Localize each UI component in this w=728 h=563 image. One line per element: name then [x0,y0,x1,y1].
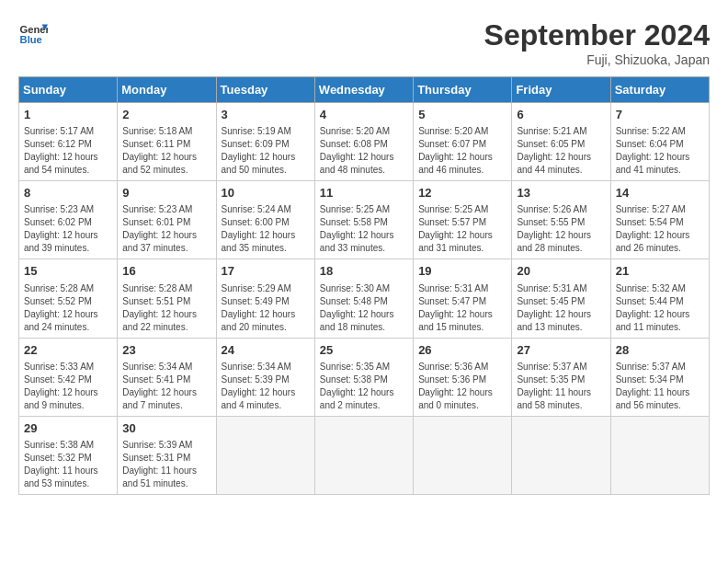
calendar-cell: 16Sunrise: 5:28 AM Sunset: 5:51 PM Dayli… [118,259,216,338]
calendar-cell: 18Sunrise: 5:30 AM Sunset: 5:48 PM Dayli… [314,259,413,338]
calendar-cell: 28Sunrise: 5:37 AM Sunset: 5:34 PM Dayli… [610,338,709,416]
day-number: 28 [616,342,704,359]
calendar-cell: 1Sunrise: 5:17 AM Sunset: 6:12 PM Daylig… [19,103,118,181]
calendar-cell: 9Sunrise: 5:23 AM Sunset: 6:01 PM Daylig… [118,181,216,259]
calendar-cell: 26Sunrise: 5:36 AM Sunset: 5:36 PM Dayli… [414,338,512,416]
day-info: Sunrise: 5:32 AM Sunset: 5:44 PM Dayligh… [616,282,704,334]
calendar-week-2: 8Sunrise: 5:23 AM Sunset: 6:02 PM Daylig… [19,181,710,259]
day-info: Sunrise: 5:20 AM Sunset: 6:08 PM Dayligh… [320,125,408,177]
day-info: Sunrise: 5:30 AM Sunset: 5:48 PM Dayligh… [320,282,408,334]
day-number: 23 [122,342,210,359]
calendar-cell: 24Sunrise: 5:34 AM Sunset: 5:39 PM Dayli… [216,338,314,416]
calendar-cell: 14Sunrise: 5:27 AM Sunset: 5:54 PM Dayli… [610,181,709,259]
page-header: General Blue September 2024 Fuji, Shizuo… [18,18,710,67]
calendar-week-4: 22Sunrise: 5:33 AM Sunset: 5:42 PM Dayli… [19,338,710,416]
day-number: 1 [24,107,112,123]
day-number: 22 [24,342,112,359]
title-area: September 2024 Fuji, Shizuoka, Japan [484,18,710,67]
day-number: 7 [616,107,704,123]
day-number: 17 [222,263,310,280]
calendar-cell [314,416,413,494]
calendar-cell: 12Sunrise: 5:25 AM Sunset: 5:57 PM Dayli… [414,181,512,259]
day-number: 4 [320,107,408,123]
day-number: 10 [222,185,310,201]
calendar-week-3: 15Sunrise: 5:28 AM Sunset: 5:52 PM Dayli… [19,259,710,338]
day-info: Sunrise: 5:37 AM Sunset: 5:34 PM Dayligh… [616,361,704,412]
day-info: Sunrise: 5:21 AM Sunset: 6:05 PM Dayligh… [517,125,605,177]
day-number: 16 [122,263,210,280]
day-number: 15 [24,263,112,280]
day-number: 20 [517,263,605,280]
calendar-cell: 13Sunrise: 5:26 AM Sunset: 5:55 PM Dayli… [512,181,610,259]
location-subtitle: Fuji, Shizuoka, Japan [484,52,710,67]
weekday-header-sunday: Sunday [19,77,118,103]
calendar-cell [414,416,512,494]
day-info: Sunrise: 5:19 AM Sunset: 6:09 PM Dayligh… [222,125,310,177]
calendar-cell: 6Sunrise: 5:21 AM Sunset: 6:05 PM Daylig… [512,103,610,181]
calendar-cell: 20Sunrise: 5:31 AM Sunset: 5:45 PM Dayli… [512,259,610,338]
svg-text:Blue: Blue [20,34,42,45]
calendar-cell: 3Sunrise: 5:19 AM Sunset: 6:09 PM Daylig… [216,103,314,181]
day-info: Sunrise: 5:31 AM Sunset: 5:45 PM Dayligh… [517,282,605,334]
day-number: 3 [222,107,310,123]
calendar-cell: 11Sunrise: 5:25 AM Sunset: 5:58 PM Dayli… [314,181,413,259]
calendar-table: SundayMondayTuesdayWednesdayThursdayFrid… [18,76,710,495]
day-info: Sunrise: 5:23 AM Sunset: 6:01 PM Dayligh… [122,203,210,255]
day-number: 9 [122,185,210,201]
calendar-cell [216,416,314,494]
day-number: 14 [616,185,704,201]
logo: General Blue [18,18,48,48]
day-info: Sunrise: 5:38 AM Sunset: 5:32 PM Dayligh… [24,439,112,490]
calendar-cell: 27Sunrise: 5:37 AM Sunset: 5:35 PM Dayli… [512,338,610,416]
calendar-cell: 22Sunrise: 5:33 AM Sunset: 5:42 PM Dayli… [19,338,118,416]
calendar-cell: 2Sunrise: 5:18 AM Sunset: 6:11 PM Daylig… [118,103,216,181]
day-number: 25 [320,342,408,359]
day-number: 5 [418,107,506,123]
day-number: 8 [24,185,112,201]
day-number: 13 [517,185,605,201]
calendar-cell: 23Sunrise: 5:34 AM Sunset: 5:41 PM Dayli… [118,338,216,416]
day-info: Sunrise: 5:20 AM Sunset: 6:07 PM Dayligh… [418,125,506,177]
calendar-cell [512,416,610,494]
day-info: Sunrise: 5:39 AM Sunset: 5:31 PM Dayligh… [122,439,210,490]
day-info: Sunrise: 5:23 AM Sunset: 6:02 PM Dayligh… [24,203,112,255]
day-info: Sunrise: 5:26 AM Sunset: 5:55 PM Dayligh… [517,203,605,255]
calendar-cell: 21Sunrise: 5:32 AM Sunset: 5:44 PM Dayli… [610,259,709,338]
day-info: Sunrise: 5:28 AM Sunset: 5:51 PM Dayligh… [122,282,210,334]
logo-icon: General Blue [18,18,48,48]
day-info: Sunrise: 5:33 AM Sunset: 5:42 PM Dayligh… [24,361,112,412]
calendar-cell: 29Sunrise: 5:38 AM Sunset: 5:32 PM Dayli… [19,416,118,494]
day-number: 24 [222,342,310,359]
day-number: 26 [418,342,506,359]
calendar-cell: 4Sunrise: 5:20 AM Sunset: 6:08 PM Daylig… [314,103,413,181]
day-number: 2 [122,107,210,123]
day-info: Sunrise: 5:22 AM Sunset: 6:04 PM Dayligh… [616,125,704,177]
day-number: 11 [320,185,408,201]
weekday-header-friday: Friday [512,77,610,103]
calendar-cell: 25Sunrise: 5:35 AM Sunset: 5:38 PM Dayli… [314,338,413,416]
day-info: Sunrise: 5:37 AM Sunset: 5:35 PM Dayligh… [517,361,605,412]
day-number: 21 [616,263,704,280]
calendar-cell: 15Sunrise: 5:28 AM Sunset: 5:52 PM Dayli… [19,259,118,338]
calendar-week-5: 29Sunrise: 5:38 AM Sunset: 5:32 PM Dayli… [19,416,710,494]
day-number: 6 [517,107,605,123]
day-info: Sunrise: 5:34 AM Sunset: 5:39 PM Dayligh… [222,361,310,412]
day-info: Sunrise: 5:24 AM Sunset: 6:00 PM Dayligh… [222,203,310,255]
calendar-cell: 7Sunrise: 5:22 AM Sunset: 6:04 PM Daylig… [610,103,709,181]
calendar-week-1: 1Sunrise: 5:17 AM Sunset: 6:12 PM Daylig… [19,103,710,181]
calendar-cell: 8Sunrise: 5:23 AM Sunset: 6:02 PM Daylig… [19,181,118,259]
month-title: September 2024 [484,18,710,52]
day-number: 18 [320,263,408,280]
calendar-cell: 17Sunrise: 5:29 AM Sunset: 5:49 PM Dayli… [216,259,314,338]
calendar-cell: 5Sunrise: 5:20 AM Sunset: 6:07 PM Daylig… [414,103,512,181]
weekday-header-thursday: Thursday [414,77,512,103]
calendar-cell: 30Sunrise: 5:39 AM Sunset: 5:31 PM Dayli… [118,416,216,494]
day-info: Sunrise: 5:17 AM Sunset: 6:12 PM Dayligh… [24,125,112,177]
calendar-cell: 10Sunrise: 5:24 AM Sunset: 6:00 PM Dayli… [216,181,314,259]
day-info: Sunrise: 5:36 AM Sunset: 5:36 PM Dayligh… [418,361,506,412]
day-number: 12 [418,185,506,201]
day-number: 19 [418,263,506,280]
day-info: Sunrise: 5:31 AM Sunset: 5:47 PM Dayligh… [418,282,506,334]
day-info: Sunrise: 5:35 AM Sunset: 5:38 PM Dayligh… [320,361,408,412]
weekday-header-row: SundayMondayTuesdayWednesdayThursdayFrid… [19,77,710,103]
